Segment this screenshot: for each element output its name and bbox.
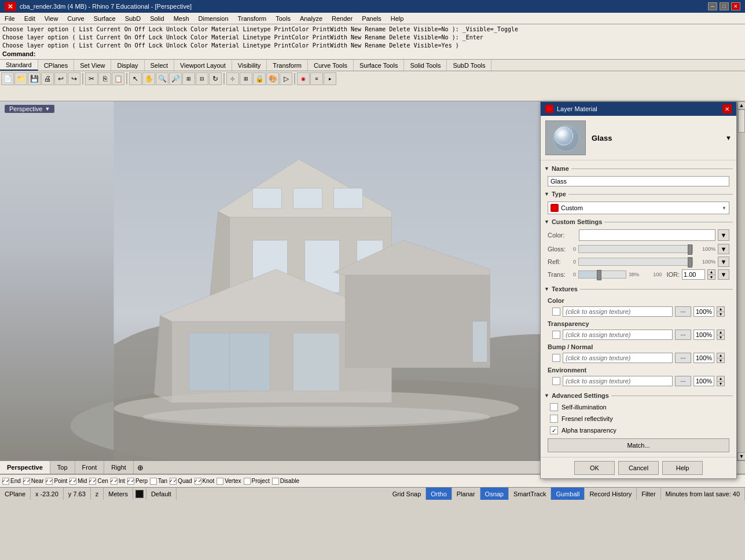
tex-color-up[interactable]: ▲ (717, 307, 724, 312)
tex-trans-dots[interactable]: ··· (675, 330, 691, 340)
self-illum-checkbox[interactable] (550, 403, 558, 411)
tex-color-checkbox[interactable] (552, 308, 560, 316)
help-button[interactable]: Help (662, 461, 703, 475)
tab-transform[interactable]: Transform (267, 60, 308, 71)
tb-layer[interactable]: ≡ (310, 72, 323, 85)
vscroll-thumb[interactable] (738, 109, 745, 133)
osnap-knot[interactable]: ✓ Knot (194, 478, 215, 485)
menu-surface[interactable]: Surface (89, 13, 120, 24)
command-prompt[interactable]: Command: (2, 50, 743, 58)
tab-surface-tools[interactable]: Surface Tools (354, 60, 404, 71)
menu-file[interactable]: File (0, 13, 20, 24)
vp-tab-top[interactable]: Top (50, 461, 75, 474)
gloss-options[interactable]: ▼ (718, 244, 729, 254)
osnap-tan-cb[interactable] (150, 478, 157, 485)
menu-subd[interactable]: SubD (120, 13, 146, 24)
viewport-label[interactable]: Perspective ▼ (5, 105, 54, 113)
tab-visibility[interactable]: Visibility (232, 60, 267, 71)
menu-transform[interactable]: Transform (233, 13, 271, 24)
ior-up[interactable]: ▲ (708, 270, 715, 274)
sb-record-history[interactable]: Record History (585, 488, 637, 500)
vp-tab-front[interactable]: Front (75, 461, 105, 474)
osnap-near-cb[interactable]: ✓ (23, 478, 30, 485)
close-btn[interactable]: ✕ (731, 2, 740, 10)
tab-select[interactable]: Select (145, 60, 175, 71)
osnap-end-cb[interactable]: ✓ (2, 478, 9, 485)
tex-bump-dots[interactable]: ··· (675, 353, 691, 363)
tab-cplanes[interactable]: CPlanes (38, 60, 75, 71)
tb-cut[interactable]: ✂ (85, 72, 98, 85)
tb-material[interactable]: ◉ (297, 72, 310, 85)
tb-new[interactable]: 📄 (1, 72, 14, 85)
osnap-tan[interactable]: Tan (150, 478, 167, 485)
tex-env-up[interactable]: ▲ (717, 376, 724, 381)
tex-trans-down[interactable]: ▼ (717, 335, 724, 340)
tb-pan[interactable]: ✋ (142, 72, 155, 85)
gloss-slider[interactable] (578, 245, 693, 253)
tab-solid-tools[interactable]: Solid Tools (404, 60, 447, 71)
osnap-perp-cb[interactable]: ✓ (127, 478, 134, 485)
fresnel-checkbox[interactable] (550, 415, 558, 423)
osnap-vertex-cb[interactable] (216, 478, 223, 485)
tb-zoom-all[interactable]: ⊞ (182, 72, 195, 85)
osnap-project-cb[interactable] (244, 478, 251, 485)
osnap-point[interactable]: ✓ Point (46, 478, 67, 485)
tab-curve-tools[interactable]: Curve Tools (308, 60, 354, 71)
tb-print[interactable]: 🖨 (41, 72, 54, 85)
tex-env-checkbox[interactable] (552, 377, 560, 385)
menu-view[interactable]: View (40, 13, 63, 24)
minimize-btn[interactable]: ─ (708, 2, 717, 10)
tex-env-dots[interactable]: ··· (675, 376, 691, 386)
tb-zoom-in[interactable]: 🔍 (156, 72, 168, 85)
sb-planar[interactable]: Planar (452, 488, 480, 500)
osnap-int-cb[interactable]: ✓ (111, 478, 118, 485)
menu-mesh[interactable]: Mesh (169, 13, 194, 24)
menu-edit[interactable]: Edit (20, 13, 40, 24)
tex-trans-checkbox[interactable] (552, 331, 560, 339)
color-dropdown-arrow[interactable]: ▼ (718, 229, 729, 241)
osnap-perp[interactable]: ✓ Perp (127, 478, 148, 485)
vscroll-down[interactable]: ▼ (737, 452, 745, 460)
sb-smarttrack[interactable]: SmartTrack (509, 488, 551, 500)
refl-options[interactable]: ▼ (718, 257, 729, 267)
sb-ortho[interactable]: Ortho (426, 488, 452, 500)
refl-slider[interactable] (578, 258, 693, 266)
sb-grid-snap[interactable]: Grid Snap (388, 488, 427, 500)
sb-filter[interactable]: Filter (637, 488, 660, 500)
tb-copy[interactable]: ⎘ (98, 72, 111, 85)
osnap-mid-cb[interactable]: ✓ (69, 478, 76, 485)
tb-snap[interactable]: ⊹ (226, 72, 239, 85)
tb-grid[interactable]: ⊞ (240, 72, 252, 85)
tb-color[interactable]: 🎨 (266, 72, 279, 85)
name-input[interactable] (548, 176, 729, 186)
match-btn[interactable]: Match... (548, 438, 729, 452)
tb-more[interactable]: ▸ (324, 72, 336, 85)
tab-standard[interactable]: Standard (0, 60, 38, 71)
tab-display[interactable]: Display (111, 60, 144, 71)
osnap-vertex[interactable]: Vertex (216, 478, 241, 485)
osnap-disable-cb[interactable] (272, 478, 279, 485)
menu-curve[interactable]: Curve (63, 13, 89, 24)
cancel-button[interactable]: Cancel (618, 461, 659, 475)
osnap-int[interactable]: ✓ Int (111, 478, 125, 485)
dialog-close-btn[interactable]: ✕ (722, 104, 732, 114)
menu-render[interactable]: Render (327, 13, 357, 24)
dialog-scroll[interactable]: ▼ Name ▼ Type Custom (541, 160, 736, 457)
menu-solid[interactable]: Solid (145, 13, 168, 24)
osnap-quad[interactable]: ✓ Quad (170, 478, 192, 485)
color-swatch[interactable] (579, 229, 715, 241)
ok-button[interactable]: OK (574, 461, 615, 475)
menu-dimension[interactable]: Dimension (194, 13, 233, 24)
osnap-end[interactable]: ✓ End (2, 478, 21, 485)
osnap-near[interactable]: ✓ Near (23, 478, 44, 485)
tb-render[interactable]: ▷ (280, 72, 292, 85)
osnap-point-cb[interactable]: ✓ (46, 478, 53, 485)
tab-viewport-layout[interactable]: Viewport Layout (174, 60, 232, 71)
osnap-cen-cb[interactable]: ✓ (89, 478, 96, 485)
tab-subd-tools[interactable]: SubD Tools (447, 60, 491, 71)
menu-tools[interactable]: Tools (271, 13, 295, 24)
tex-trans-assign[interactable]: (click to assign texture) (563, 330, 673, 340)
trans-slider[interactable] (578, 270, 626, 279)
osnap-mid[interactable]: ✓ Mid (69, 478, 87, 485)
tex-bump-up[interactable]: ▲ (717, 353, 724, 358)
